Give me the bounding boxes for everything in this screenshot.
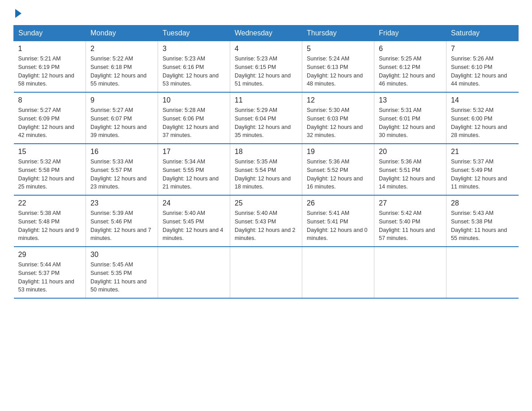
day-info: Sunrise: 5:35 AM Sunset: 5:54 PM Dayligh… [235, 158, 297, 191]
day-info: Sunrise: 5:32 AM Sunset: 6:00 PM Dayligh… [451, 106, 514, 140]
day-number: 13 [379, 96, 442, 104]
day-info: Sunrise: 5:28 AM Sunset: 6:06 PM Dayligh… [163, 106, 225, 140]
day-info: Sunrise: 5:39 AM Sunset: 5:46 PM Dayligh… [90, 209, 153, 243]
day-number: 4 [235, 45, 297, 53]
day-info: Sunrise: 5:23 AM Sunset: 6:16 PM Dayligh… [163, 55, 225, 88]
day-number: 20 [379, 148, 442, 156]
day-number: 15 [18, 148, 82, 156]
day-number: 1 [18, 45, 82, 53]
calendar-header-row: SundayMondayTuesdayWednesdayThursdayFrid… [14, 26, 519, 41]
page-header [13, 9, 519, 16]
day-number: 26 [307, 199, 369, 207]
day-info: Sunrise: 5:42 AM Sunset: 5:40 PM Dayligh… [379, 209, 442, 243]
day-info: Sunrise: 5:26 AM Sunset: 6:10 PM Dayligh… [451, 55, 514, 88]
calendar-cell: 18 Sunrise: 5:35 AM Sunset: 5:54 PM Dayl… [230, 144, 302, 195]
day-info: Sunrise: 5:23 AM Sunset: 6:15 PM Dayligh… [235, 55, 297, 88]
day-info: Sunrise: 5:44 AM Sunset: 5:37 PM Dayligh… [18, 261, 82, 294]
day-number: 22 [18, 199, 82, 207]
day-number: 9 [90, 96, 153, 104]
calendar-cell: 21 Sunrise: 5:37 AM Sunset: 5:49 PM Dayl… [446, 144, 519, 195]
day-number: 8 [18, 96, 82, 104]
day-info: Sunrise: 5:30 AM Sunset: 6:03 PM Dayligh… [307, 106, 369, 140]
calendar-cell [446, 247, 519, 298]
calendar-cell: 9 Sunrise: 5:27 AM Sunset: 6:07 PM Dayli… [86, 92, 158, 144]
calendar-week-row: 29 Sunrise: 5:44 AM Sunset: 5:37 PM Dayl… [14, 247, 519, 298]
day-number: 27 [379, 199, 442, 207]
day-info: Sunrise: 5:34 AM Sunset: 5:55 PM Dayligh… [163, 158, 225, 191]
header-friday: Friday [374, 26, 446, 41]
header-tuesday: Tuesday [158, 26, 230, 41]
calendar-cell: 11 Sunrise: 5:29 AM Sunset: 6:04 PM Dayl… [230, 92, 302, 144]
day-info: Sunrise: 5:37 AM Sunset: 5:49 PM Dayligh… [451, 158, 514, 191]
calendar-cell: 14 Sunrise: 5:32 AM Sunset: 6:00 PM Dayl… [446, 92, 519, 144]
day-info: Sunrise: 5:29 AM Sunset: 6:04 PM Dayligh… [235, 106, 297, 140]
day-info: Sunrise: 5:40 AM Sunset: 5:43 PM Dayligh… [235, 209, 297, 243]
calendar-cell: 23 Sunrise: 5:39 AM Sunset: 5:46 PM Dayl… [86, 195, 158, 247]
header-thursday: Thursday [302, 26, 374, 41]
logo [13, 9, 21, 16]
day-info: Sunrise: 5:25 AM Sunset: 6:12 PM Dayligh… [379, 55, 442, 88]
calendar-cell [374, 247, 446, 298]
day-info: Sunrise: 5:43 AM Sunset: 5:38 PM Dayligh… [451, 209, 514, 243]
day-number: 12 [307, 96, 369, 104]
calendar-cell: 16 Sunrise: 5:33 AM Sunset: 5:57 PM Dayl… [86, 144, 158, 195]
calendar-week-row: 22 Sunrise: 5:38 AM Sunset: 5:48 PM Dayl… [14, 195, 519, 247]
calendar-cell: 8 Sunrise: 5:27 AM Sunset: 6:09 PM Dayli… [14, 92, 86, 144]
calendar-cell: 7 Sunrise: 5:26 AM Sunset: 6:10 PM Dayli… [446, 41, 519, 93]
day-number: 2 [90, 45, 153, 53]
logo-arrow-icon [15, 9, 21, 18]
day-number: 24 [163, 199, 225, 207]
day-info: Sunrise: 5:27 AM Sunset: 6:09 PM Dayligh… [18, 106, 82, 140]
calendar-cell: 25 Sunrise: 5:40 AM Sunset: 5:43 PM Dayl… [230, 195, 302, 247]
day-number: 30 [90, 251, 153, 259]
header-saturday: Saturday [446, 26, 519, 41]
calendar-cell [302, 247, 374, 298]
day-info: Sunrise: 5:32 AM Sunset: 5:58 PM Dayligh… [18, 158, 82, 191]
day-number: 10 [163, 96, 225, 104]
day-info: Sunrise: 5:24 AM Sunset: 6:13 PM Dayligh… [307, 55, 369, 88]
calendar-cell: 2 Sunrise: 5:22 AM Sunset: 6:18 PM Dayli… [86, 41, 158, 93]
day-info: Sunrise: 5:36 AM Sunset: 5:52 PM Dayligh… [307, 158, 369, 191]
calendar-cell: 4 Sunrise: 5:23 AM Sunset: 6:15 PM Dayli… [230, 41, 302, 93]
day-number: 3 [163, 45, 225, 53]
calendar-cell: 6 Sunrise: 5:25 AM Sunset: 6:12 PM Dayli… [374, 41, 446, 93]
calendar-cell: 22 Sunrise: 5:38 AM Sunset: 5:48 PM Dayl… [14, 195, 86, 247]
calendar-cell: 17 Sunrise: 5:34 AM Sunset: 5:55 PM Dayl… [158, 144, 230, 195]
day-info: Sunrise: 5:38 AM Sunset: 5:48 PM Dayligh… [18, 209, 82, 243]
day-number: 21 [451, 148, 514, 156]
day-number: 14 [451, 96, 514, 104]
day-info: Sunrise: 5:31 AM Sunset: 6:01 PM Dayligh… [379, 106, 442, 140]
calendar-cell: 28 Sunrise: 5:43 AM Sunset: 5:38 PM Dayl… [446, 195, 519, 247]
day-number: 23 [90, 199, 153, 207]
day-info: Sunrise: 5:27 AM Sunset: 6:07 PM Dayligh… [90, 106, 153, 140]
calendar-cell [158, 247, 230, 298]
day-number: 29 [18, 251, 82, 259]
calendar-cell: 1 Sunrise: 5:21 AM Sunset: 6:19 PM Dayli… [14, 41, 86, 93]
day-number: 17 [163, 148, 225, 156]
calendar-cell: 29 Sunrise: 5:44 AM Sunset: 5:37 PM Dayl… [14, 247, 86, 298]
day-number: 25 [235, 199, 297, 207]
calendar-cell: 15 Sunrise: 5:32 AM Sunset: 5:58 PM Dayl… [14, 144, 86, 195]
day-info: Sunrise: 5:33 AM Sunset: 5:57 PM Dayligh… [90, 158, 153, 191]
day-info: Sunrise: 5:45 AM Sunset: 5:35 PM Dayligh… [90, 261, 153, 294]
calendar-cell: 30 Sunrise: 5:45 AM Sunset: 5:35 PM Dayl… [86, 247, 158, 298]
day-info: Sunrise: 5:21 AM Sunset: 6:19 PM Dayligh… [18, 55, 82, 88]
header-monday: Monday [86, 26, 158, 41]
calendar-cell: 10 Sunrise: 5:28 AM Sunset: 6:06 PM Dayl… [158, 92, 230, 144]
day-number: 28 [451, 199, 514, 207]
day-number: 18 [235, 148, 297, 156]
calendar-week-row: 8 Sunrise: 5:27 AM Sunset: 6:09 PM Dayli… [14, 92, 519, 144]
day-info: Sunrise: 5:41 AM Sunset: 5:41 PM Dayligh… [307, 209, 369, 243]
day-number: 6 [379, 45, 442, 53]
day-number: 5 [307, 45, 369, 53]
day-info: Sunrise: 5:40 AM Sunset: 5:45 PM Dayligh… [163, 209, 225, 243]
day-number: 16 [90, 148, 153, 156]
header-wednesday: Wednesday [230, 26, 302, 41]
calendar-cell: 5 Sunrise: 5:24 AM Sunset: 6:13 PM Dayli… [302, 41, 374, 93]
calendar-cell [230, 247, 302, 298]
calendar-cell: 13 Sunrise: 5:31 AM Sunset: 6:01 PM Dayl… [374, 92, 446, 144]
calendar-cell: 26 Sunrise: 5:41 AM Sunset: 5:41 PM Dayl… [302, 195, 374, 247]
calendar-table: SundayMondayTuesdayWednesdayThursdayFrid… [13, 25, 519, 299]
day-info: Sunrise: 5:36 AM Sunset: 5:51 PM Dayligh… [379, 158, 442, 191]
calendar-week-row: 15 Sunrise: 5:32 AM Sunset: 5:58 PM Dayl… [14, 144, 519, 195]
